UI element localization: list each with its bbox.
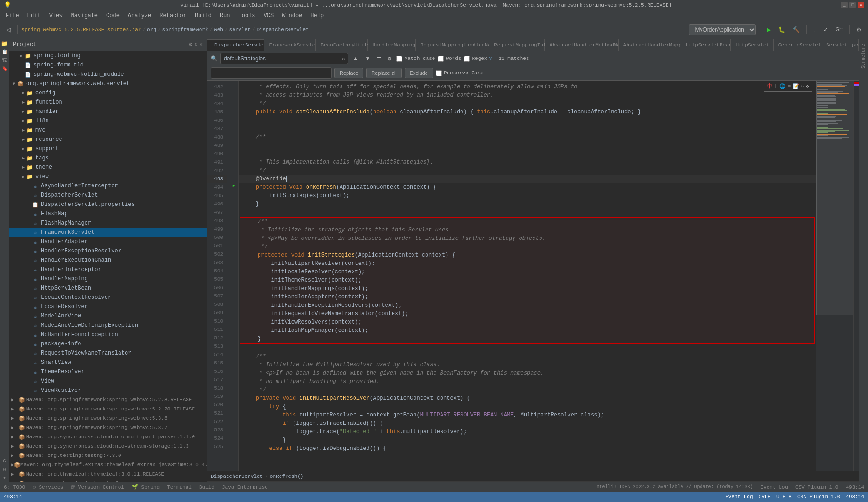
tab-servlet[interactable]: Servlet.java ✕ <box>821 39 859 51</box>
maven-testng[interactable]: ▶ 📦 Maven: org.testing:testng:7.3.0 <box>9 451 207 460</box>
tab-dispatcher-servlet[interactable]: DispatcherServlet.java ✕ <box>207 39 264 51</box>
menu-analyze[interactable]: Analyze <box>124 12 155 20</box>
status-csv[interactable]: CSV Plugin 1.0 <box>795 484 838 490</box>
ime-icon2[interactable]: ⌨ <box>788 83 791 89</box>
tree-item-model-view[interactable]: ▶ ☕ ModelAndView <box>9 311 207 321</box>
replace-input[interactable] <box>214 70 326 76</box>
tab-bean-factory-utils[interactable]: BeanFactoryUtils.java ✕ <box>316 39 367 51</box>
tree-item-handler-mapping[interactable]: ▶ ☕ HandlerMapping <box>9 274 207 284</box>
search-filter-button[interactable]: ⚙ <box>386 53 394 64</box>
maven-thymeleaf-extras[interactable]: ▶ 📦 Maven: org.thymeleaf.extras:thymelea… <box>9 460 207 469</box>
tab-http-servlet-bean[interactable]: HttpServletBean.java ✕ <box>681 39 731 51</box>
tree-item-smart-view[interactable]: ▶ ☕ SmartView <box>9 358 207 367</box>
maven-spring-webmvc-528[interactable]: ▶ 📦 Maven: org.springframework:spring-we… <box>9 395 207 404</box>
search-next-button[interactable]: ▼ <box>363 53 373 64</box>
bc-springframework[interactable]: springframework <box>162 27 208 33</box>
menu-help[interactable]: Help <box>307 12 327 20</box>
bc-jar[interactable]: spring-webmvc-5.2.5.RELEASE-sources.jar <box>21 27 141 33</box>
project-close-icon[interactable]: ✕ <box>200 41 203 48</box>
debug-button[interactable]: 🐛 <box>775 24 788 35</box>
tab-req-mapping-info[interactable]: RequestMappingInfo.java ✕ <box>489 39 545 51</box>
status-services[interactable]: ⚙ Services <box>33 484 63 490</box>
tree-item-view-class[interactable]: ▶ ☕ View <box>9 376 207 386</box>
tree-item-handler-exec-chain[interactable]: ▶ ☕ HandlerExecutionChain <box>9 256 207 265</box>
maven-spring-webmvc-5220[interactable]: ▶ 📦 Maven: org.springframework:spring-we… <box>9 404 207 414</box>
tree-item-req-view-translator[interactable]: ▶ ☕ RequestToViewNameTranslator <box>9 349 207 358</box>
tree-item-kotlin-module[interactable]: ▶ 📄 spring-webmvc-kotlin_module <box>9 70 207 79</box>
run-button[interactable]: ▶ <box>764 24 774 35</box>
status-terminal[interactable]: Terminal <box>167 484 192 490</box>
project-expand-icon[interactable]: ⇕ <box>194 41 198 48</box>
menu-navigate[interactable]: Navigate <box>67 12 101 20</box>
project-selector[interactable]: MyOrderApplication <box>689 24 756 35</box>
maven-spring-webmvc-537[interactable]: ▶ 📦 Maven: org.springframework:spring-we… <box>9 423 207 432</box>
tab-req-mapping-handler[interactable]: RequestMappingHandlerMapping.java ✕ <box>416 39 489 51</box>
regex-checkbox[interactable] <box>464 56 470 62</box>
ime-chinese[interactable]: 中 <box>767 82 773 90</box>
structure-tab[interactable]: Structure <box>860 40 867 73</box>
tree-item-spring-form-tld[interactable]: ▶ 📄 spring-form.tld <box>9 60 207 70</box>
preserve-case-option[interactable]: Preserve Case <box>436 70 484 76</box>
maven-nio-multipart[interactable]: ▶ 📦 Maven: org.synchronoss.cloud:nio-mul… <box>9 432 207 442</box>
replace-all-button[interactable]: Replace all <box>366 68 401 78</box>
tree-item-resource[interactable]: ▶ 📁 resource <box>9 135 207 144</box>
tree-item-mvc[interactable]: ▶ 📁 mvc <box>9 126 207 135</box>
bc-org[interactable]: org <box>147 27 156 33</box>
bottom-event-log[interactable]: Event Log <box>725 494 753 500</box>
breadcrumb-method[interactable]: onRefresh() <box>270 474 304 479</box>
menu-refactor[interactable]: Refactor <box>156 12 190 20</box>
words-option[interactable]: Words <box>438 56 461 62</box>
tree-item-dispatcher-servlet[interactable]: ▶ ☕ DispatcherServlet <box>9 191 207 200</box>
tab-generic-servlet[interactable]: GenericServlet.java ✕ <box>774 39 821 51</box>
status-version-control[interactable]: ⅅ Version Control <box>71 484 124 490</box>
menu-file[interactable]: File <box>2 12 23 20</box>
tree-item-spring-tooling[interactable]: ▶ 📁 spring.tooling <box>9 51 207 60</box>
status-spring[interactable]: 🌱 Spring <box>132 484 160 490</box>
ime-icon4[interactable]: ✂ <box>801 83 804 89</box>
maven-thymeleaf-3012[interactable]: ▶ 📦 Maven: org.thymeleaf:thymeleaf:3.0.1… <box>9 479 207 482</box>
bookmarks-side-icon[interactable]: 🔖 <box>1 65 8 73</box>
tree-item-handler-exc-resolver[interactable]: ▶ ☕ HandlerExceptionResolver <box>9 246 207 256</box>
maven-spring-webmvc-536[interactable]: ▶ 📦 Maven: org.springframework:spring-we… <box>9 414 207 423</box>
tree-item-no-handler-exc[interactable]: ▶ ☕ NoHandlerFoundException <box>9 330 207 339</box>
ime-icon1[interactable]: 🌐 <box>779 83 786 89</box>
minimize-button[interactable]: _ <box>841 2 848 8</box>
bottom-crlf[interactable]: CRLF <box>759 494 771 500</box>
tree-item-flash-map-mgr[interactable]: ▶ ☕ FlashMapManager <box>9 218 207 228</box>
project-gear-icon[interactable]: ⚙ <box>189 41 192 48</box>
tree-item-dispatcher-props[interactable]: ▶ 📋 DispatcherServlet.properties <box>9 200 207 209</box>
tree-item-flash-map[interactable]: ▶ ☕ FlashMap <box>9 209 207 218</box>
status-event-log[interactable]: Event Log <box>761 484 788 490</box>
tree-item-locale-resolver[interactable]: ▶ ☕ LocaleResolver <box>9 302 207 311</box>
tree-item-config[interactable]: ▶ 📁 config <box>9 88 207 98</box>
search-in-selection-button[interactable]: ☰ <box>375 53 383 64</box>
maven-nio-stream[interactable]: ▶ 📦 Maven: org.synchronoss.cloud:nio-str… <box>9 442 207 451</box>
vcs-update[interactable]: ↓ <box>810 24 819 35</box>
tree-item-support[interactable]: ▶ 📁 support <box>9 144 207 153</box>
menu-view[interactable]: View <box>46 12 67 20</box>
tree-item-i18n[interactable]: ▶ 📁 i18n <box>9 116 207 126</box>
tree-item-handler-interceptor[interactable]: ▶ ☕ HandlerInterceptor <box>9 265 207 274</box>
tab-abstract-handler[interactable]: AbstractHandlerMapping.java ✕ <box>619 39 681 51</box>
search-prev-button[interactable]: ▲ <box>351 53 361 64</box>
search-input[interactable] <box>224 55 340 62</box>
bc-servlet[interactable]: servlet <box>229 27 251 33</box>
ime-icon3[interactable]: 📝 <box>793 83 799 89</box>
git-icon[interactable]: Git: <box>833 24 846 35</box>
tree-item-function[interactable]: ▶ 📁 function <box>9 98 207 107</box>
close-button[interactable]: ✕ <box>858 2 864 8</box>
code-content[interactable]: * effects. Only turn this off for specia… <box>239 81 816 471</box>
tree-item-framework-servlet[interactable]: ▶ ☕ FrameworkServlet <box>9 228 207 237</box>
git-side-icon[interactable]: G <box>1 457 8 465</box>
fav-side-icon[interactable]: ★ <box>1 474 8 482</box>
preserve-case-checkbox[interactable] <box>436 70 442 76</box>
menu-run[interactable]: Run <box>216 12 234 20</box>
bc-class[interactable]: DispatcherServlet <box>256 27 308 33</box>
tree-item-package-info[interactable]: ▶ ☕ package-info <box>9 339 207 349</box>
web-side-icon[interactable]: W <box>1 466 8 473</box>
tree-item-theme-resolver[interactable]: ▶ ☕ ThemeResolver <box>9 367 207 376</box>
match-case-checkbox[interactable] <box>396 56 402 62</box>
menu-vcs[interactable]: VCS <box>260 12 278 20</box>
tree-item-mav-defining-exc[interactable]: ▶ ☕ ModelAndViewDefiningException <box>9 321 207 330</box>
exclude-button[interactable]: Exclude <box>405 68 433 78</box>
